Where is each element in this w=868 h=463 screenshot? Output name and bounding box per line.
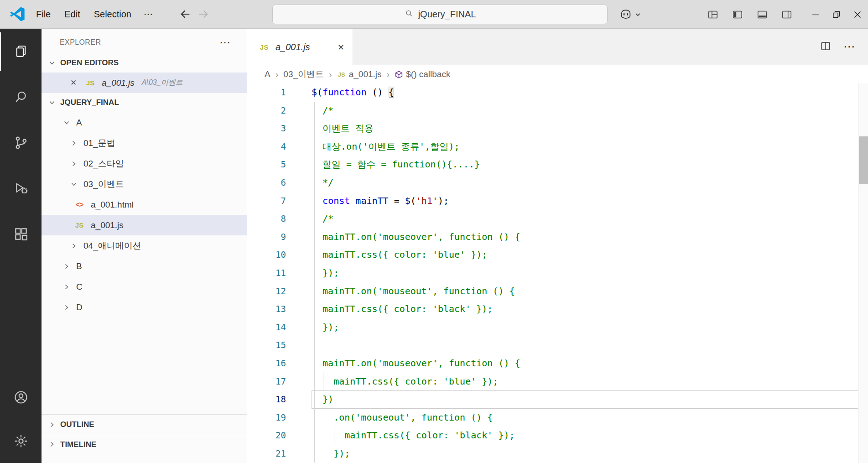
menu-file[interactable]: File	[29, 6, 57, 23]
sidebar-more-actions-icon[interactable]: ⋯	[219, 36, 230, 49]
chevron-right-icon	[62, 283, 71, 291]
breadcrumb-item-file[interactable]: JS a_001.js	[337, 69, 382, 79]
code-line-16[interactable]: 16 mainTT.on('mouseover', function () {	[247, 354, 868, 373]
code-line-18[interactable]: 18 })	[247, 390, 868, 409]
line-number: 8	[247, 210, 312, 228]
code-text: /*	[312, 210, 868, 228]
close-button[interactable]	[847, 0, 868, 29]
run-debug-icon[interactable]	[0, 166, 42, 211]
code-line-1[interactable]: 1$(function () {	[247, 83, 868, 102]
forward-button[interactable]	[194, 5, 213, 23]
editor-more-actions-icon[interactable]: ⋯	[843, 40, 855, 54]
explorer-icon[interactable]	[0, 29, 42, 74]
tree-item-01_문법[interactable]: 01_문법	[42, 133, 247, 153]
code-line-3[interactable]: 3 이벤트 적용	[247, 120, 868, 138]
menu-selection[interactable]: Selection	[87, 6, 138, 23]
toggle-secondary-sidebar-icon[interactable]	[780, 8, 793, 21]
split-editor-icon[interactable]	[820, 40, 832, 54]
customize-layout-icon[interactable]	[707, 8, 719, 21]
code-line-19[interactable]: 19 .on('mouseout', function () {	[247, 409, 868, 427]
line-number: 1	[247, 83, 312, 102]
code-line-5[interactable]: 5 할일 = 함수 = function(){....}	[247, 156, 868, 174]
close-tab-icon[interactable]: ✕	[338, 42, 344, 52]
code-line-17[interactable]: 17 mainTT.css({ color: 'blue' });	[247, 373, 868, 391]
sidebar-title: EXPLORER	[60, 38, 101, 47]
open-editor-name: a_001.js	[102, 78, 135, 88]
tree-item-C[interactable]: C	[42, 276, 247, 297]
code-line-15[interactable]: 15	[247, 336, 868, 354]
account-icon[interactable]	[0, 375, 42, 419]
line-number: 10	[247, 246, 312, 264]
tree-item-a_001.html[interactable]: <>a_001.html	[42, 194, 247, 215]
copilot-icon[interactable]	[619, 8, 632, 21]
vscode-logo-icon	[10, 7, 25, 21]
code-text: 할일 = 함수 = function(){....}	[312, 156, 868, 174]
toggle-panel-icon[interactable]	[756, 8, 768, 21]
activity-bar	[0, 29, 42, 463]
minimize-button[interactable]	[805, 0, 826, 29]
code-line-8[interactable]: 8 /*	[247, 210, 868, 228]
tree-item-a_001.js[interactable]: JSa_001.js	[42, 215, 247, 235]
more-menus-button[interactable]: ⋯	[138, 5, 159, 23]
code-text: mainTT.on('mouseover', function () {	[312, 354, 868, 373]
breadcrumb-item-symbol[interactable]: $() callback	[395, 69, 450, 79]
search-sidebar-icon[interactable]	[0, 74, 42, 120]
tree-item-D[interactable]: D	[42, 297, 247, 317]
sidebar-spacer	[42, 317, 247, 414]
restore-button[interactable]	[826, 0, 847, 29]
scrollbar-thumb[interactable]	[859, 136, 868, 184]
chevron-right-icon	[48, 421, 56, 429]
tree-item-label: 04_애니메이션	[83, 240, 141, 252]
code-text: /*	[312, 102, 868, 120]
source-control-icon[interactable]	[0, 120, 42, 166]
tree-item-03_이벤트[interactable]: 03_이벤트	[42, 174, 247, 194]
js-file-icon: JS	[84, 79, 96, 87]
code-line-11[interactable]: 11 });	[247, 264, 868, 282]
chevron-down-icon	[48, 59, 56, 67]
code-editor[interactable]: 1$(function () {2 /*3 이벤트 적용4 대상.on('이벤트…	[247, 83, 868, 463]
settings-gear-icon[interactable]	[0, 419, 42, 463]
code-line-20[interactable]: 20 mainTT.css({ color: 'black' });	[247, 427, 868, 445]
code-line-6[interactable]: 6 */	[247, 174, 868, 192]
code-line-14[interactable]: 14 });	[247, 318, 868, 337]
line-number: 15	[247, 336, 312, 354]
search-label: jQuery_FINAL	[418, 9, 476, 20]
code-line-2[interactable]: 2 /*	[247, 102, 868, 120]
outline-header[interactable]: OUTLINE	[42, 414, 247, 435]
breadcrumb-item-folder-event[interactable]: 03_이벤트	[283, 68, 324, 80]
workspace-header[interactable]: JQUERY_FINAL	[42, 93, 247, 112]
tree-item-04_애니메이션[interactable]: 04_애니메이션	[42, 235, 247, 256]
toggle-primary-sidebar-icon[interactable]	[731, 8, 743, 21]
code-line-4[interactable]: 4 대상.on('이벤트 종류',할일);	[247, 138, 868, 156]
menu-edit[interactable]: Edit	[57, 6, 87, 23]
line-number: 6	[247, 174, 312, 192]
code-text: mainTT.css({ color: 'black' });	[312, 300, 868, 318]
line-number: 21	[247, 445, 312, 463]
tree-item-label: 01_문법	[83, 137, 115, 149]
code-line-21[interactable]: 21 });	[247, 445, 868, 463]
open-editors-header[interactable]: OPEN EDITORS	[42, 53, 247, 73]
extensions-icon[interactable]	[0, 211, 42, 257]
breadcrumb-item-folder-a[interactable]: A	[265, 69, 270, 79]
tab-a_001-js[interactable]: JS a_001.js ✕	[247, 29, 353, 66]
back-button[interactable]	[176, 5, 194, 23]
chevron-down-icon[interactable]	[634, 10, 642, 18]
search-box[interactable]: jQuery_FINAL	[272, 5, 608, 24]
tree-item-A[interactable]: A	[42, 112, 247, 133]
code-line-12[interactable]: 12 mainTT.on('mouseout', function () {	[247, 282, 868, 301]
code-line-13[interactable]: 13 mainTT.css({ color: 'black' });	[247, 300, 868, 318]
open-editor-item[interactable]: ✕ JS a_001.js A\03_이벤트	[42, 73, 247, 93]
tree-item-02_스타일[interactable]: 02_스타일	[42, 153, 247, 174]
code-line-9[interactable]: 9 mainTT.on('mouseover', function () {	[247, 228, 868, 246]
tree-item-B[interactable]: B	[42, 256, 247, 276]
code-line-10[interactable]: 10 mainTT.css({ color: 'blue' });	[247, 246, 868, 264]
tab-bar: JS a_001.js ✕ ⋯	[247, 29, 868, 65]
code-text	[312, 336, 868, 354]
timeline-header[interactable]: TIMELINE	[42, 435, 247, 463]
code-line-7[interactable]: 7 const mainTT = $('h1');	[247, 192, 868, 210]
code-text: mainTT.css({ color: 'blue' });	[312, 373, 868, 391]
editor-scrollbar[interactable]	[858, 83, 868, 463]
close-icon[interactable]: ✕	[68, 78, 79, 88]
breadcrumb-file-label: a_001.js	[349, 69, 382, 79]
code-text: 대상.on('이벤트 종류',할일);	[312, 138, 868, 156]
